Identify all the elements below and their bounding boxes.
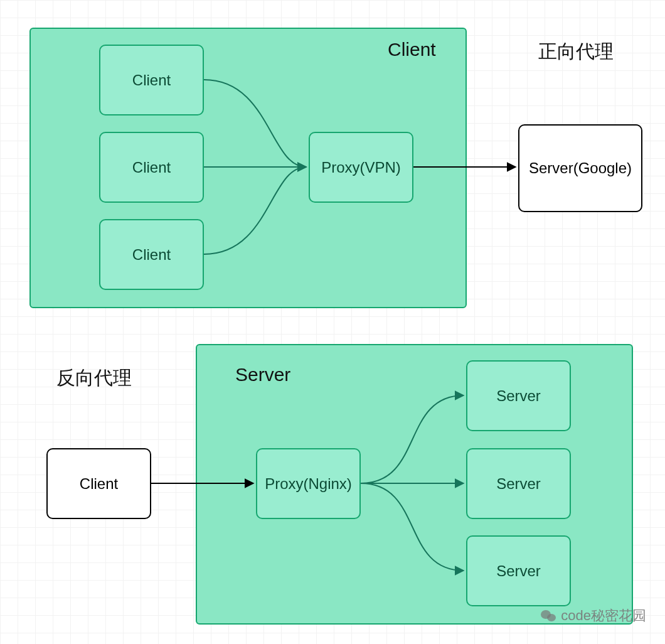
node-label: Proxy(VPN)	[321, 159, 401, 176]
node-label: Server(Google)	[529, 159, 632, 177]
node-label: Client	[132, 72, 171, 89]
watermark: code秘密花园	[541, 606, 646, 625]
forward-proxy-title: 正向代理	[538, 39, 614, 65]
reverse-proxy-node: Proxy(Nginx)	[256, 448, 361, 519]
reverse-server-1: Server	[466, 360, 571, 431]
forward-server-node: Server(Google)	[518, 124, 642, 212]
forward-proxy-node: Proxy(VPN)	[309, 132, 413, 203]
wechat-icon	[541, 609, 557, 623]
node-label: Client	[132, 246, 171, 264]
node-label: Server	[496, 562, 541, 580]
node-label: Client	[80, 475, 118, 493]
reverse-proxy-title: 反向代理	[56, 365, 132, 391]
watermark-text: code秘密花园	[561, 606, 646, 625]
node-label: Proxy(Nginx)	[265, 475, 352, 493]
forward-region-label: Client	[388, 39, 436, 60]
forward-client-3: Client	[99, 219, 204, 290]
node-label: Server	[496, 387, 541, 405]
forward-client-2: Client	[99, 132, 204, 203]
reverse-server-3: Server	[466, 535, 571, 606]
reverse-region-label: Server	[235, 364, 290, 385]
node-label: Client	[132, 159, 171, 176]
reverse-server-2: Server	[466, 448, 571, 519]
reverse-client-node: Client	[46, 448, 151, 519]
forward-client-1: Client	[99, 45, 204, 115]
node-label: Server	[496, 475, 541, 493]
